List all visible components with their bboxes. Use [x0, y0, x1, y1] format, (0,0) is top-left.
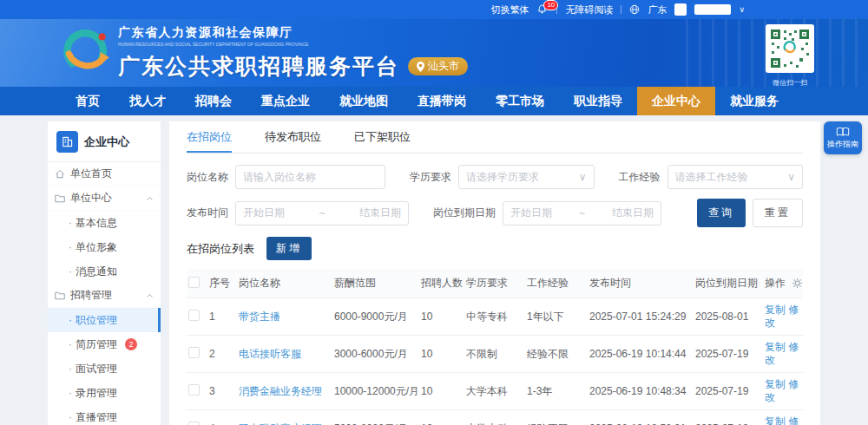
nav-item-key-enterprises[interactable]: 重点企业	[247, 87, 325, 115]
experience-select[interactable]: 请选择工作经验 ∨	[667, 165, 804, 189]
nav-item-job-fair[interactable]: 招聘会	[181, 87, 247, 115]
cell-experience: 1年以下	[525, 298, 588, 336]
sidebar-item-label: 直播管理	[76, 410, 117, 425]
user-name[interactable]	[694, 4, 731, 15]
nav-item-enterprise-center[interactable]: 企业中心	[637, 87, 715, 115]
switch-traditional-link[interactable]: 切换繁体	[490, 3, 529, 16]
sidebar-item-label: 单位首页	[70, 167, 112, 181]
city-selector-badge[interactable]: 汕头市	[408, 57, 468, 75]
table-row: 1 带货主播 6000-9000元/月 10 中等专科 1年以下 2025-07…	[187, 298, 803, 336]
cell-salary: 5000-8000元/月	[332, 410, 419, 425]
position-name-link[interactable]: 电话接听客服	[237, 336, 332, 373]
cell-publish-time: 2025-06-19 10:14:44	[588, 336, 694, 373]
nav-item-career-guidance[interactable]: 职业指导	[559, 87, 637, 115]
tab-removed-positions[interactable]: 已下架职位	[354, 121, 411, 153]
chevron-down-icon: ∨	[787, 171, 795, 183]
content-area: 企业中心 单位首页 单位中心 基本信息 单位形象	[0, 115, 868, 425]
folder-icon	[55, 193, 65, 204]
copy-link[interactable]: 复制	[765, 304, 786, 316]
sidebar-group-label: 单位中心	[70, 191, 112, 206]
cell-publish-time: 2025-06-19 10:48:34	[588, 373, 694, 410]
publish-date-range[interactable]: 开始日期 ~ 结束日期	[235, 201, 409, 226]
add-position-button[interactable]: 新增	[266, 237, 312, 260]
book-icon	[836, 127, 850, 137]
notification-bell[interactable]: 10	[536, 3, 549, 16]
operation-guide-button[interactable]: 操作指南	[824, 121, 862, 154]
sidebar-item-label: 面试管理	[76, 362, 117, 376]
top-utility-bar: 切换繁体 10 无障碍阅读 广东 ∨	[0, 0, 868, 19]
home-icon	[55, 169, 65, 180]
sidebar-group-unit-center[interactable]: 单位中心	[48, 186, 161, 211]
position-name-link[interactable]: 双卡联动客户经理	[237, 410, 332, 425]
sidebar-item-interview-mgmt[interactable]: 面试管理	[48, 356, 161, 381]
query-button[interactable]: 查询	[697, 199, 746, 227]
nav-item-find-talent[interactable]: 找人才	[115, 87, 181, 115]
accessibility-link[interactable]: 无障碍阅读	[565, 3, 613, 16]
reset-button[interactable]: 重置	[753, 199, 803, 227]
chevron-down-icon[interactable]: ∨	[739, 5, 745, 14]
sidebar-item-hiring-mgmt[interactable]: 录用管理	[48, 381, 161, 405]
qr-code	[766, 24, 814, 73]
cell-salary: 3000-6000元/月	[332, 336, 419, 373]
education-select[interactable]: 请选择学历要求 ∨	[458, 165, 595, 189]
sidebar-item-unit-image[interactable]: 单位形象	[48, 235, 161, 259]
copy-link[interactable]: 复制	[765, 341, 786, 353]
sidebar-group-recruit-mgmt[interactable]: 招聘管理	[48, 284, 161, 308]
select-all-checkbox[interactable]	[188, 277, 200, 288]
sidebar-item-unit-home[interactable]: 单位首页	[48, 162, 161, 186]
table-row: 4 双卡联动客户经理 5000-8000元/月 10 大学本科 经验不限 202…	[187, 410, 803, 425]
education-label: 学历要求	[410, 170, 451, 185]
cell-publish-time: 2025-06-19 10:52:31	[588, 410, 694, 425]
qr-caption: 微信扫一扫	[766, 78, 814, 87]
nav-item-employment-services[interactable]: 就业服务	[715, 87, 793, 115]
org-name: 广东省人力资源和社会保障厅	[118, 25, 468, 41]
column-settings-gear-icon[interactable]	[792, 278, 803, 289]
cell-expire-date: 2025-07-19	[694, 410, 763, 425]
sidebar-item-notifications[interactable]: 消息通知	[48, 259, 161, 284]
col-count: 招聘人数	[419, 269, 464, 298]
sidebar-item-position-mgmt[interactable]: 职位管理	[48, 308, 161, 332]
nav-item-live-jobs[interactable]: 直播带岗	[403, 87, 481, 115]
expire-date-range[interactable]: 开始日期 ~ 结束日期	[503, 201, 661, 226]
sidebar-item-resume-mgmt[interactable]: 简历管理 2	[48, 332, 161, 356]
sidebar: 企业中心 单位首页 单位中心 基本信息 单位形象	[48, 121, 161, 425]
tab-pending-positions[interactable]: 待发布职位	[265, 121, 321, 153]
expire-date-label: 岗位到期日期	[433, 206, 496, 220]
user-avatar[interactable]	[674, 3, 687, 16]
nav-item-home[interactable]: 首页	[61, 87, 115, 115]
copy-link[interactable]: 复制	[765, 378, 786, 390]
row-checkbox[interactable]	[188, 347, 200, 358]
list-title: 在招岗位列表	[187, 241, 254, 257]
sidebar-item-live-mgmt[interactable]: 直播管理	[48, 405, 161, 425]
nav-item-gig-market[interactable]: 零工市场	[481, 87, 559, 115]
job-name-label: 岗位名称	[187, 170, 228, 185]
globe-icon	[629, 4, 640, 15]
job-name-input[interactable]	[235, 165, 385, 189]
row-checkbox[interactable]	[188, 384, 200, 396]
platform-title: 广东公共求职招聘服务平台	[118, 52, 399, 81]
sidebar-title: 企业中心	[84, 134, 129, 150]
cell-publish-time: 2025-07-01 15:24:29	[588, 298, 694, 336]
region-selector[interactable]: 广东	[648, 3, 667, 16]
sidebar-item-basic-info[interactable]: 基本信息	[48, 211, 161, 235]
enterprise-center-icon	[56, 131, 78, 153]
cell-count: 10	[419, 336, 464, 373]
table-row: 2 电话接听客服 3000-6000元/月 10 不限制 经验不限 2025-0…	[187, 336, 803, 373]
publish-time-label: 发布时间	[187, 206, 228, 220]
tab-active-positions[interactable]: 在招岗位	[187, 121, 232, 153]
tab-bar: 在招岗位 待发布职位 已下架职位	[187, 121, 803, 154]
col-publish: 发布时间	[588, 269, 694, 298]
range-separator: ~	[319, 207, 325, 219]
cell-no: 3	[207, 373, 237, 410]
position-name-link[interactable]: 消费金融业务经理	[237, 373, 332, 410]
start-date-placeholder: 开始日期	[243, 206, 285, 220]
location-pin-icon	[417, 62, 424, 72]
cell-count: 10	[419, 373, 464, 410]
nav-item-employment-map[interactable]: 就业地图	[325, 87, 403, 115]
cell-salary: 10000-12000元/月	[332, 373, 419, 410]
position-name-link[interactable]: 带货主播	[237, 298, 332, 336]
row-checkbox[interactable]	[188, 422, 200, 425]
row-checkbox[interactable]	[188, 310, 200, 321]
copy-link[interactable]: 复制	[765, 415, 786, 425]
table-header-row: 序号 岗位名称 薪酬范围 招聘人数 学历要求 工作经验 发布时间 岗位到期日期 …	[187, 269, 803, 298]
